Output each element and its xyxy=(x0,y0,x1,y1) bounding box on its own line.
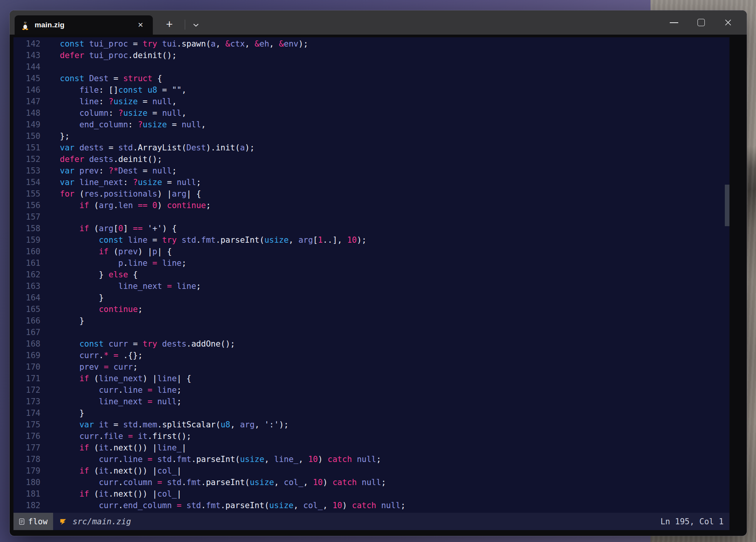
code-line[interactable]: 144 xyxy=(13,61,729,73)
line-number: 152 xyxy=(13,153,40,165)
code-line[interactable]: 148 column: ?usize = null, xyxy=(13,107,729,119)
tab-main-zig[interactable]: main.zig ✕ xyxy=(15,15,153,35)
code-line[interactable]: 174 } xyxy=(13,407,729,419)
code-line[interactable]: 181 if (it.next()) |col_| xyxy=(13,488,729,500)
line-number: 171 xyxy=(13,373,40,384)
line-number: 154 xyxy=(13,177,40,188)
line-number: 148 xyxy=(13,107,40,119)
code-line[interactable]: 173 line_next = null; xyxy=(13,396,729,407)
code-line[interactable]: 168 const curr = try dests.addOne(); xyxy=(13,338,729,350)
minimize-button[interactable] xyxy=(661,10,687,35)
code-line[interactable]: 158 if (arg[0] == '+') { xyxy=(13,223,729,234)
line-text: } xyxy=(40,407,84,419)
code-line[interactable]: 179 if (it.next()) |col_| xyxy=(13,465,729,477)
code-line[interactable]: 160 if (prev) |p| { xyxy=(13,246,729,257)
line-text: curr.* = .{}; xyxy=(40,350,143,361)
code-line[interactable]: 147 line: ?usize = null, xyxy=(13,96,729,107)
line-text: file: []const u8 = "", xyxy=(40,84,186,96)
maximize-button[interactable] xyxy=(687,10,714,35)
minimize-icon xyxy=(670,22,678,23)
line-number: 150 xyxy=(13,130,40,142)
line-text: prev = curr; xyxy=(40,361,138,373)
line-number: 159 xyxy=(13,234,40,246)
line-number: 170 xyxy=(13,361,40,373)
line-number: 182 xyxy=(13,500,40,511)
line-text: if (it.next()) |col_| xyxy=(40,488,182,500)
line-text: line: ?usize = null, xyxy=(40,96,177,107)
code-line[interactable]: 149 end_column: ?usize = null, xyxy=(13,119,729,130)
code-line[interactable]: 164 } xyxy=(13,292,729,304)
line-text: if (arg[0] == '+') { xyxy=(40,223,177,234)
code-line[interactable]: 170 prev = curr; xyxy=(13,361,729,373)
line-text: }; xyxy=(40,130,70,142)
code-line[interactable]: 161 p.line = line; xyxy=(13,257,729,269)
line-number: 175 xyxy=(13,419,40,430)
line-number: 177 xyxy=(13,442,40,454)
code-line[interactable]: 162 } else { xyxy=(13,269,729,280)
line-number: 158 xyxy=(13,223,40,234)
code-line[interactable]: 176 curr.file = it.first(); xyxy=(13,430,729,442)
close-button[interactable] xyxy=(714,10,741,35)
scrollbar-thumb[interactable] xyxy=(725,185,729,226)
code-line[interactable]: 177 if (it.next()) |line_| xyxy=(13,442,729,454)
code-line[interactable]: 167 xyxy=(13,327,729,338)
tab-dropdown-button[interactable] xyxy=(187,15,205,35)
line-number: 168 xyxy=(13,338,40,350)
line-text: curr.line = line; xyxy=(40,384,182,396)
code-line[interactable]: 150 }; xyxy=(13,130,729,142)
titlebar[interactable]: main.zig ✕ + xyxy=(10,10,747,35)
line-text: } else { xyxy=(40,269,138,280)
line-number: 162 xyxy=(13,269,40,280)
code-line[interactable]: 152 defer dests.deinit(); xyxy=(13,153,729,165)
cursor-position: Ln 195, Col 1 xyxy=(661,517,729,526)
tab-close-button[interactable]: ✕ xyxy=(133,15,148,35)
line-number: 164 xyxy=(13,292,40,304)
line-text: curr.file = it.first(); xyxy=(40,430,191,442)
line-number: 151 xyxy=(13,142,40,153)
code-line[interactable]: 143 defer tui_proc.deinit(); xyxy=(13,50,729,61)
line-number: 160 xyxy=(13,246,40,257)
line-number: 157 xyxy=(13,211,40,223)
line-text: line_next = line; xyxy=(40,280,201,292)
close-window-icon xyxy=(724,19,732,26)
app-menu-button[interactable]: flow xyxy=(13,513,53,530)
line-number: 181 xyxy=(13,488,40,500)
line-number: 143 xyxy=(13,50,40,61)
code-line[interactable]: 157 xyxy=(13,211,729,223)
line-number: 163 xyxy=(13,280,40,292)
code-line[interactable]: 178 curr.line = std.fmt.parseInt(usize, … xyxy=(13,454,729,465)
new-tab-button[interactable]: + xyxy=(159,15,180,35)
code-editor[interactable]: 142 const tui_proc = try tui.spawn(a, &c… xyxy=(13,37,729,513)
code-line[interactable]: 156 if (arg.len == 0) continue; xyxy=(13,200,729,211)
code-line[interactable]: 154 var line_next: ?usize = null; xyxy=(13,177,729,188)
code-line[interactable]: 159 const line = try std.fmt.parseInt(us… xyxy=(13,234,729,246)
tux-icon xyxy=(21,20,29,30)
line-number: 169 xyxy=(13,350,40,361)
chevron-down-icon xyxy=(193,23,199,27)
line-number: 166 xyxy=(13,315,40,327)
code-line[interactable]: 142 const tui_proc = try tui.spawn(a, &c… xyxy=(13,38,729,50)
code-line[interactable]: 146 file: []const u8 = "", xyxy=(13,84,729,96)
line-text: continue; xyxy=(40,304,143,315)
line-number: 172 xyxy=(13,384,40,396)
code-line[interactable]: 145 const Dest = struct { xyxy=(13,73,729,84)
code-line[interactable]: 163 line_next = line; xyxy=(13,280,729,292)
line-number: 142 xyxy=(13,38,40,50)
code-line[interactable]: 165 continue; xyxy=(13,304,729,315)
code-line[interactable]: 166 } xyxy=(13,315,729,327)
code-line[interactable]: 155 for (res.positionals) |arg| { xyxy=(13,188,729,200)
code-line[interactable]: 151 var dests = std.ArrayList(Dest).init… xyxy=(13,142,729,153)
code-line[interactable]: 153 var prev: ?*Dest = null; xyxy=(13,165,729,177)
code-line[interactable]: 172 curr.line = line; xyxy=(13,384,729,396)
code-line[interactable]: 171 if (line_next) |line| { xyxy=(13,373,729,384)
code-line[interactable]: 169 curr.* = .{}; xyxy=(13,350,729,361)
code-line[interactable]: 180 curr.column = std.fmt.parseInt(usize… xyxy=(13,477,729,488)
maximize-icon xyxy=(697,19,705,26)
line-text: line_next = null; xyxy=(40,396,182,407)
close-icon: ✕ xyxy=(137,21,143,29)
code-line[interactable]: 175 var it = std.mem.splitScalar(u8, arg… xyxy=(13,419,729,430)
line-text: curr.end_column = std.fmt.parseInt(usize… xyxy=(40,500,405,511)
code-lines: 142 const tui_proc = try tui.spawn(a, &c… xyxy=(13,38,729,511)
code-line[interactable]: 182 curr.end_column = std.fmt.parseInt(u… xyxy=(13,500,729,511)
tab-title: main.zig xyxy=(35,21,65,29)
